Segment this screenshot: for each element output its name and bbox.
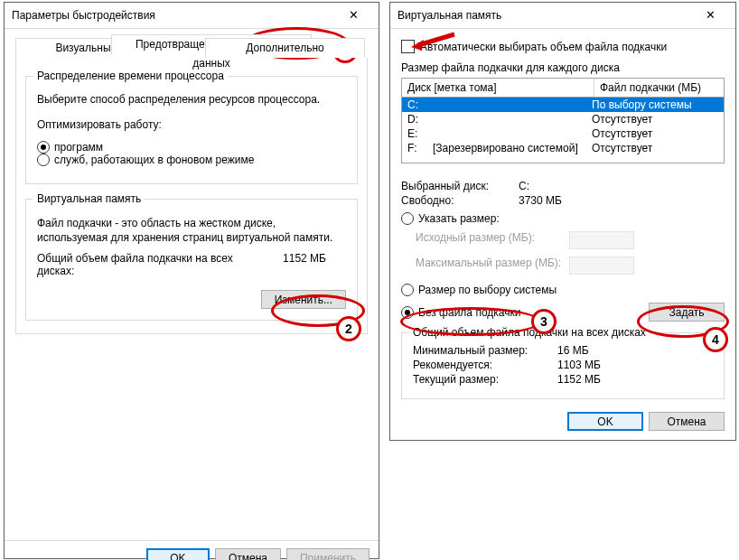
ok-label: OK	[597, 415, 613, 428]
radio-system-managed[interactable]: Размер по выбору системы	[401, 284, 557, 296]
totals-group: Общий объем файла подкачки на всех диска…	[401, 332, 725, 399]
virtual-memory-dialog: Виртуальная память ✕ Автоматически выбир…	[389, 2, 736, 441]
col-pagefile: Файл подкачки (МБ)	[594, 79, 724, 97]
close-icon[interactable]: ✕	[335, 3, 371, 28]
initial-size-input	[569, 231, 634, 249]
radio-background-services[interactable]: служб, работающих в фоновом режиме	[37, 154, 254, 166]
radio-programs-label: программ	[54, 141, 103, 154]
vm-titlebar: Виртуальная память ✕	[390, 3, 735, 29]
radio-system-label: Размер по выбору системы	[418, 284, 557, 296]
radio-custom-size[interactable]: Указать размер:	[401, 212, 500, 225]
totals-legend: Общий объем файла подкачки на всех диска…	[409, 326, 650, 339]
max-size-input	[569, 257, 634, 275]
sched-desc: Выберите способ распределения ресурсов п…	[37, 93, 346, 106]
drive-list-header: Диск [метка тома] Файл подкачки (МБ)	[401, 78, 725, 97]
drive-list-label: Размер файла подкачки для каждого диска	[401, 61, 725, 74]
drive-letter: C:	[407, 98, 433, 111]
vm-desc: Файл подкачки - это область на жестком д…	[37, 216, 346, 245]
ok-label: OK	[170, 552, 185, 561]
apply-button[interactable]: Применить	[286, 548, 370, 560]
auto-manage-checkbox[interactable]: Автоматически выбирать объем файла подка…	[401, 40, 667, 53]
set-button[interactable]: Задать	[649, 303, 725, 322]
tab-advanced[interactable]: Дополнительно	[205, 38, 365, 58]
cancel-button[interactable]: Отмена	[649, 412, 725, 431]
drive-row[interactable]: D: Отсутствует	[402, 112, 724, 126]
max-size-label: Максимальный размер (МБ):	[416, 257, 569, 275]
drive-label	[433, 98, 592, 111]
close-icon[interactable]: ✕	[692, 3, 728, 28]
apply-label: Применить	[300, 552, 356, 561]
change-button[interactable]: Изменить...	[261, 290, 346, 309]
min-value: 16 МБ	[557, 344, 589, 357]
free-space-label: Свободно:	[401, 194, 519, 207]
radio-no-paging-file[interactable]: Без файла подкачки	[401, 306, 520, 319]
performance-options-dialog: Параметры быстродействия ✕ Предотвращени…	[4, 2, 379, 559]
drive-row[interactable]: E: Отсутствует	[402, 126, 724, 141]
cancel-label: Отмена	[667, 415, 706, 428]
radio-none-label: Без файла подкачки	[418, 306, 520, 319]
rec-label: Рекомендуется:	[413, 359, 557, 371]
cancel-button[interactable]: Отмена	[215, 548, 281, 560]
free-space-value: 3730 МБ	[519, 194, 562, 207]
drive-pf: Отсутствует	[592, 142, 718, 154]
cancel-label: Отмена	[229, 552, 267, 561]
change-button-label: Изменить...	[275, 294, 332, 306]
vm-total-label: Общий объем файла подкачки на всех диска…	[37, 252, 236, 277]
auto-manage-label: Автоматически выбирать объем файла подка…	[420, 41, 667, 53]
drive-row[interactable]: F: [Зарезервировано системой] Отсутствуе…	[402, 141, 724, 155]
cur-label: Текущий размер:	[413, 373, 557, 386]
processor-scheduling-group: Распределение времени процессора Выберит…	[25, 76, 358, 184]
tab-advanced-label: Дополнительно	[246, 42, 323, 54]
drive-letter: F:	[407, 142, 433, 154]
drive-label: [Зарезервировано системой]	[433, 142, 592, 154]
sched-opt-label: Оптимизировать работу:	[37, 118, 346, 131]
selected-drive-label: Выбранный диск:	[401, 180, 519, 192]
perf-title: Параметры быстродействия	[12, 3, 335, 28]
min-label: Минимальный размер:	[413, 344, 557, 357]
initial-size-label: Исходный размер (МБ):	[416, 231, 569, 249]
cur-value: 1152 МБ	[557, 373, 601, 386]
drive-label	[433, 127, 592, 140]
perf-titlebar: Параметры быстродействия ✕	[5, 3, 379, 29]
vm-total-value: 1152 МБ	[236, 252, 335, 277]
drive-letter: E:	[407, 127, 433, 140]
selected-drive-value: C:	[519, 180, 529, 192]
virtual-memory-group: Виртуальная память Файл подкачки - это о…	[25, 199, 358, 321]
drive-listbox[interactable]: C: По выбору системы D: Отсутствует E: О…	[401, 97, 725, 163]
ok-button[interactable]: OK	[146, 548, 210, 560]
drive-row[interactable]: C: По выбору системы	[402, 98, 724, 112]
ok-button[interactable]: OK	[567, 412, 643, 431]
set-button-label: Задать	[669, 306, 704, 319]
col-drive: Диск [метка тома]	[402, 79, 594, 97]
radio-programs[interactable]: программ	[37, 141, 103, 154]
vm-title: Виртуальная память	[398, 3, 692, 28]
radio-custom-label: Указать размер:	[418, 212, 500, 225]
drive-letter: D:	[407, 113, 433, 126]
perf-button-bar: OK Отмена Применить	[5, 540, 379, 560]
rec-value: 1103 МБ	[557, 359, 601, 371]
vm-legend: Виртуальная память	[33, 192, 145, 205]
drive-label	[433, 113, 592, 126]
drive-pf: По выбору системы	[592, 98, 718, 111]
radio-services-label: служб, работающих в фоновом режиме	[54, 154, 254, 166]
drive-pf: Отсутствует	[592, 127, 718, 140]
drive-pf: Отсутствует	[592, 113, 718, 126]
